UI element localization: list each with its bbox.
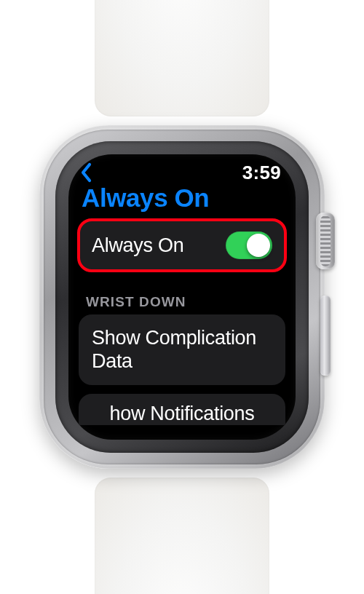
show-complication-data-row[interactable]: Show Complication Data: [79, 314, 285, 385]
watch-case: 3:59 Always On Always On Wrist Down Show…: [39, 125, 325, 469]
watch-strap-top: [95, 0, 269, 116]
watch-screen: 3:59 Always On Always On Wrist Down Show…: [68, 154, 296, 440]
always-on-toggle-row[interactable]: Always On: [79, 220, 285, 271]
always-on-switch[interactable]: [226, 231, 272, 259]
switch-knob: [247, 234, 270, 257]
complication-data-label: Show Complication Data: [92, 326, 272, 373]
status-time: 3:59: [242, 162, 281, 184]
always-on-label: Always On: [92, 234, 183, 257]
page-title: Always On: [68, 183, 296, 220]
side-button[interactable]: [320, 296, 331, 376]
watch-strap-bottom: [95, 478, 269, 594]
back-chevron-icon[interactable]: [80, 162, 93, 183]
notifications-label-partial: how Notifications: [110, 403, 255, 424]
status-bar: 3:59: [68, 154, 296, 183]
show-notifications-row-partial[interactable]: how Notifications: [79, 394, 285, 425]
wrist-down-section-header: Wrist Down: [68, 280, 296, 314]
digital-crown[interactable]: [316, 213, 335, 269]
